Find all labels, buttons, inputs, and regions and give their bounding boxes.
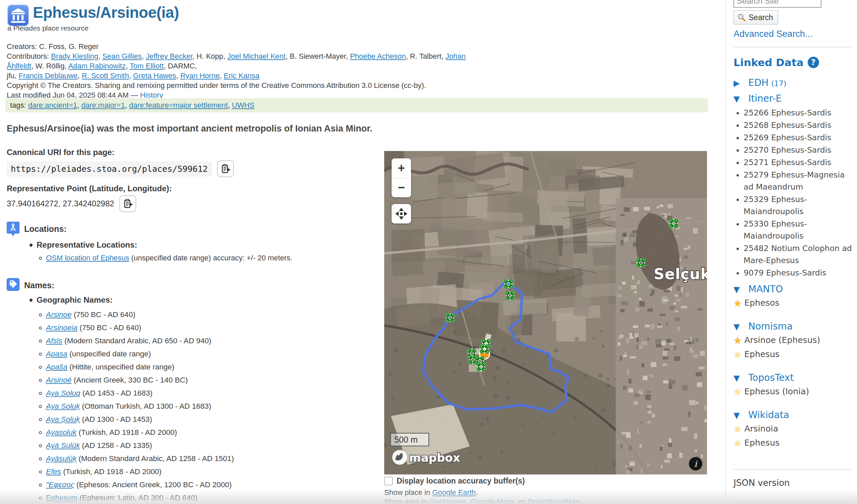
- name-link[interactable]: Aya Ṣoluḳ: [46, 415, 80, 423]
- geographic-name-row: "Εφεσος (Ephesos: Ancient Greek, 1200 BC…: [39, 478, 234, 491]
- collapse-triangle-icon[interactable]: ▼: [734, 285, 748, 294]
- text-link[interactable]: GeoNames: [430, 498, 467, 504]
- linked-data-section-header[interactable]: ▼Wikidata: [734, 409, 854, 420]
- text-link[interactable]: dare:feature=major settlement: [129, 101, 228, 110]
- accuracy-buffer-row: Display location accuracy buffer(s): [384, 476, 525, 486]
- text-link[interactable]: Brady Kiesling: [51, 52, 98, 61]
- linked-data-section-header[interactable]: ▼Nomisma: [734, 321, 854, 332]
- name-link[interactable]: Ephesvm: [46, 493, 78, 502]
- linked-data-star-row: ★Ephesus (Ionia): [734, 385, 854, 399]
- text-link[interactable]: Joel Michael Kent: [228, 52, 286, 61]
- copy-uri-button[interactable]: [217, 161, 234, 177]
- name-link[interactable]: Aya Soluq: [46, 389, 80, 397]
- linked-data-source-link[interactable]: ToposText: [748, 372, 794, 383]
- item-count: (17): [771, 79, 786, 88]
- bullet: [39, 340, 42, 342]
- text-link[interactable]: Sean Gillies: [102, 52, 141, 61]
- linked-data-item: Ephesus (Ionia): [744, 385, 809, 399]
- linked-data-panel: Linked Data ? ▶EDH(17)▼Itiner-E25266 Eph…: [734, 56, 854, 459]
- contributors-line: Contributors: Brady Kiesling, Sean Gilli…: [7, 51, 483, 81]
- search-button[interactable]: Search: [734, 11, 778, 24]
- name-link[interactable]: Apaša: [46, 363, 67, 371]
- name-link[interactable]: "Εφεσος: [46, 481, 74, 489]
- text-link[interactable]: OSM location of Ephesus: [46, 254, 129, 262]
- collapse-triangle-icon[interactable]: ▼: [734, 94, 748, 104]
- collapse-triangle-icon[interactable]: ▼: [734, 411, 748, 420]
- linked-data-source-link[interactable]: MANTO: [748, 284, 783, 295]
- linked-data-star-row: ★Ephesos: [734, 296, 854, 310]
- name-link[interactable]: Aya Soluḳ: [46, 402, 80, 410]
- mapbox-logo[interactable]: mapbox: [391, 448, 471, 468]
- name-date-range: (Modern Standard Arabic, AD 650 - AD 940…: [63, 337, 212, 345]
- bullet: [39, 431, 42, 434]
- search-input[interactable]: [734, 0, 821, 8]
- linked-data-item: 25266 Ephesus-Sardis: [743, 107, 854, 119]
- geographic-name-row: Aya Soluq (AD 1453 - AD 1683): [39, 387, 234, 400]
- clipboard-copy-icon: [220, 164, 231, 174]
- copy-coordinates-button[interactable]: [119, 195, 136, 212]
- json-version-link[interactable]: JSON version: [734, 478, 854, 488]
- text-link[interactable]: Greta Hawes: [133, 71, 176, 80]
- map-attribution-button[interactable]: i: [689, 457, 702, 470]
- town-label: Selçuk: [654, 265, 707, 283]
- text-link[interactable]: Eric Kansa: [224, 71, 259, 80]
- expand-triangle-icon[interactable]: ▶: [734, 79, 748, 88]
- name-link[interactable]: Apasa: [46, 350, 67, 358]
- place-summary: Ephesus/Arsinoe(ia) was the most importa…: [7, 123, 372, 134]
- name-link[interactable]: Efes: [46, 467, 61, 476]
- text-link[interactable]: UWHS: [232, 101, 254, 110]
- linked-data-section-header[interactable]: ▶EDH(17): [734, 77, 854, 88]
- linked-data-source-link[interactable]: EDH: [748, 77, 769, 88]
- linked-data-section-header[interactable]: ▼MANTO: [734, 284, 854, 295]
- geographic-name-row: Efes (Turkish, AD 1918 - AD 2000): [39, 465, 234, 478]
- name-link[interactable]: Afsīs: [46, 337, 63, 345]
- text-link[interactable]: dare:ancient=1: [28, 101, 77, 110]
- representative-point-row: 37.940164272, 27.342402982: [7, 195, 136, 212]
- name-link[interactable]: Ayasoluk: [46, 428, 77, 437]
- show-area-line: Show area in GeoNames, Google Maps, or O…: [384, 498, 582, 504]
- geographic-name-row: Arsinoē (Ancient Greek, 330 BC - 140 BC): [39, 373, 234, 387]
- text-link[interactable]: Jeffrey Becker: [146, 52, 192, 61]
- text-link[interactable]: Tom Elliott: [130, 62, 164, 70]
- text-link[interactable]: Google Maps: [471, 498, 515, 504]
- collapse-triangle-icon[interactable]: ▼: [734, 322, 748, 332]
- linked-data-source-link[interactable]: Itiner-E: [748, 93, 782, 104]
- bullet: [39, 314, 42, 316]
- name-link[interactable]: Arsinoe: [46, 310, 71, 319]
- help-icon[interactable]: ?: [808, 57, 819, 68]
- bullet: [39, 444, 42, 447]
- text-link[interactable]: Phoebe Acheson: [350, 52, 406, 61]
- name-link[interactable]: Arsinoeia: [46, 323, 78, 332]
- zoom-in-button[interactable]: +: [391, 158, 411, 178]
- name-link[interactable]: Ayā Sulūk: [46, 441, 80, 450]
- map-pan-button[interactable]: [391, 204, 411, 223]
- canonical-uri-row: https://pleiades.stoa.org/places/599612: [7, 161, 234, 177]
- collapse-triangle-icon[interactable]: ▼: [734, 373, 748, 383]
- linked-data-source-link[interactable]: Wikidata: [748, 409, 789, 420]
- name-date-range: (Ottoman Turkish, AD 1300 - AD 1683): [80, 402, 211, 410]
- text-link[interactable]: Ryan Horne: [180, 71, 219, 80]
- star-icon: ★: [734, 439, 742, 448]
- accuracy-buffer-checkbox[interactable]: [384, 477, 392, 485]
- tags-line: tags: dare:ancient=1, dare:major=1, dare…: [10, 101, 254, 110]
- bullet: [39, 484, 42, 487]
- bullet: [39, 405, 42, 408]
- map-scale-bar: 500 m: [390, 433, 429, 446]
- locations-heading: Locations:: [24, 224, 66, 234]
- text-link[interactable]: Francis Deblauwe: [18, 71, 78, 80]
- advanced-search-link[interactable]: Advanced Search...: [734, 29, 813, 39]
- linked-data-source-link[interactable]: Nomisma: [748, 321, 793, 332]
- linked-data-section-header[interactable]: ▼Itiner-E: [734, 93, 854, 104]
- text-link[interactable]: R. Scott Smith: [82, 71, 129, 80]
- text-link[interactable]: OpenStreetMap: [527, 498, 579, 504]
- geographic-name-row: Apasa (unspecified date range): [39, 347, 234, 360]
- text-link[interactable]: Google Earth: [432, 488, 476, 497]
- text-link[interactable]: dare:major=1: [81, 101, 125, 110]
- zoom-out-button[interactable]: −: [391, 178, 411, 198]
- name-link[interactable]: Ayāsulūḳ: [46, 454, 77, 463]
- search-icon: [737, 13, 746, 22]
- linked-data-section-header[interactable]: ▼ToposText: [734, 372, 854, 383]
- map-canvas[interactable]: Selçuk + − 500 m mapbox i: [384, 151, 707, 474]
- text-link[interactable]: Adam Rabinowitz: [68, 62, 125, 70]
- name-link[interactable]: Arsinoē: [46, 376, 71, 384]
